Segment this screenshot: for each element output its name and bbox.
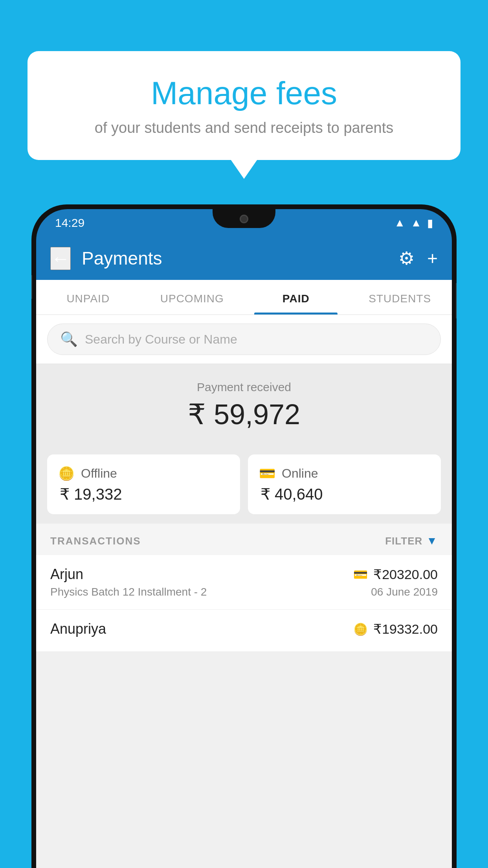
course-name: Physics Batch 12 Installment - 2 — [50, 586, 207, 598]
page-title: Payments — [82, 248, 387, 269]
tabs-bar: UNPAID UPCOMING PAID STUDENTS — [36, 280, 452, 315]
transactions-header: TRANSACTIONS FILTER ▼ — [36, 524, 452, 555]
header-icons: ⚙ + — [398, 248, 438, 269]
transactions-label: TRANSACTIONS — [50, 535, 141, 547]
online-icon: 💳 — [259, 465, 275, 481]
payment-total-amount: ₹ 59,972 — [36, 398, 452, 431]
payment-received-label: Payment received — [36, 381, 452, 394]
amount-cell: 🪙 ₹19332.00 — [353, 621, 438, 637]
online-amount: ₹ 40,640 — [259, 485, 430, 503]
tab-unpaid[interactable]: UNPAID — [36, 280, 140, 314]
app-header: ← Payments ⚙ + — [36, 237, 452, 280]
transaction-date: 06 June 2019 — [371, 586, 438, 598]
payment-received-section: Payment received ₹ 59,972 — [36, 364, 452, 445]
battery-icon: ▮ — [427, 217, 433, 230]
volume-button — [31, 275, 32, 299]
student-name: Arjun — [50, 566, 83, 583]
payment-cards: 🪙 Offline ₹ 19,332 💳 Online ₹ 40,640 — [36, 445, 452, 524]
search-bar[interactable]: 🔍 Search by Course or Name — [47, 324, 441, 355]
online-card: 💳 Online ₹ 40,640 — [248, 454, 441, 514]
offline-icon: 🪙 — [58, 465, 75, 481]
filter-icon: ▼ — [426, 535, 438, 547]
filter-label: FILTER — [385, 535, 422, 547]
bubble-title: Manage fees — [59, 75, 429, 112]
settings-button[interactable]: ⚙ — [398, 248, 415, 269]
transaction-amount: ₹20320.00 — [373, 566, 438, 582]
filter-button[interactable]: FILTER ▼ — [385, 535, 438, 547]
transaction-row-top: Arjun 💳 ₹20320.00 — [50, 566, 438, 583]
search-icon: 🔍 — [60, 331, 78, 348]
phone-frame: 14:29 ▲ ▲ ▮ ← Payments ⚙ + UNPAID UPCOMI… — [31, 204, 457, 868]
transaction-row-bottom: Physics Batch 12 Installment - 2 06 June… — [50, 586, 438, 598]
tab-students[interactable]: STUDENTS — [348, 280, 452, 314]
table-row[interactable]: Anupriya 🪙 ₹19332.00 — [36, 610, 452, 652]
camera — [240, 215, 248, 223]
signal-icon: ▲ — [411, 217, 422, 229]
transaction-list: Arjun 💳 ₹20320.00 Physics Batch 12 Insta… — [36, 555, 452, 652]
transaction-row-top: Anupriya 🪙 ₹19332.00 — [50, 621, 438, 637]
tab-upcoming[interactable]: UPCOMING — [140, 280, 244, 314]
tab-paid[interactable]: PAID — [244, 280, 348, 314]
phone-screen: 14:29 ▲ ▲ ▮ ← Payments ⚙ + UNPAID UPCOMI… — [36, 209, 452, 868]
speech-bubble-container: Manage fees of your students and send re… — [28, 51, 460, 160]
card-payment-icon: 💳 — [353, 568, 368, 581]
offline-amount: ₹ 19,332 — [58, 485, 229, 503]
speech-bubble: Manage fees of your students and send re… — [28, 51, 460, 160]
search-container: 🔍 Search by Course or Name — [36, 315, 452, 364]
offline-label: Offline — [81, 466, 117, 481]
online-label: Online — [282, 466, 318, 481]
status-icons: ▲ ▲ ▮ — [394, 217, 433, 230]
offline-card: 🪙 Offline ₹ 19,332 — [47, 454, 240, 514]
cash-payment-icon: 🪙 — [353, 622, 368, 636]
add-button[interactable]: + — [427, 248, 438, 269]
power-button — [456, 283, 457, 318]
online-card-top: 💳 Online — [259, 465, 430, 481]
transaction-amount: ₹19332.00 — [373, 621, 438, 637]
bubble-subtitle: of your students and send receipts to pa… — [59, 120, 429, 136]
screen-content: UNPAID UPCOMING PAID STUDENTS 🔍 Search b… — [36, 280, 452, 868]
search-input[interactable]: Search by Course or Name — [85, 332, 237, 347]
student-name: Anupriya — [50, 621, 106, 637]
status-time: 14:29 — [55, 216, 84, 230]
amount-cell: 💳 ₹20320.00 — [353, 566, 438, 582]
offline-card-top: 🪙 Offline — [58, 465, 229, 481]
wifi-icon: ▲ — [394, 217, 405, 229]
table-row[interactable]: Arjun 💳 ₹20320.00 Physics Batch 12 Insta… — [36, 555, 452, 610]
notch — [213, 209, 275, 228]
back-button[interactable]: ← — [50, 247, 71, 270]
